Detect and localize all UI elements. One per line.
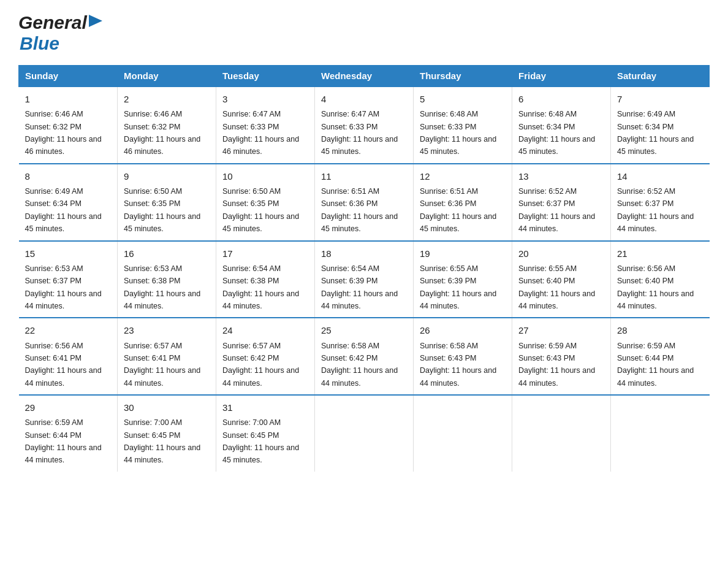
calendar-cell: 26Sunrise: 6:58 AMSunset: 6:43 PMDayligh… <box>414 318 512 395</box>
day-number: 16 <box>124 247 210 261</box>
calendar-cell: 8Sunrise: 6:49 AMSunset: 6:34 PMDaylight… <box>19 164 118 241</box>
day-number: 23 <box>124 323 210 337</box>
calendar-cell: 21Sunrise: 6:56 AMSunset: 6:40 PMDayligh… <box>611 241 710 318</box>
day-info: Sunrise: 6:51 AMSunset: 6:36 PMDaylight:… <box>321 187 398 233</box>
day-number: 7 <box>617 92 703 106</box>
day-number: 25 <box>321 323 407 337</box>
calendar-cell <box>611 395 710 472</box>
calendar-cell: 27Sunrise: 6:59 AMSunset: 6:43 PMDayligh… <box>512 318 611 395</box>
calendar-cell: 29Sunrise: 6:59 AMSunset: 6:44 PMDayligh… <box>19 395 118 472</box>
day-number: 9 <box>124 169 210 183</box>
day-info: Sunrise: 6:59 AMSunset: 6:44 PMDaylight:… <box>25 418 102 464</box>
logo: General Blue <box>18 12 102 54</box>
calendar-cell: 31Sunrise: 7:00 AMSunset: 6:45 PMDayligh… <box>216 395 315 472</box>
svg-marker-0 <box>89 15 102 27</box>
day-info: Sunrise: 6:57 AMSunset: 6:41 PMDaylight:… <box>124 342 200 388</box>
day-number: 8 <box>25 169 112 183</box>
page-header: General Blue <box>18 12 710 54</box>
day-info: Sunrise: 6:47 AMSunset: 6:33 PMDaylight:… <box>321 110 398 156</box>
day-info: Sunrise: 6:55 AMSunset: 6:39 PMDaylight:… <box>420 264 496 310</box>
day-number: 5 <box>420 92 506 106</box>
calendar-header-row: SundayMondayTuesdayWednesdayThursdayFrid… <box>19 66 710 87</box>
day-number: 11 <box>321 169 407 183</box>
day-info: Sunrise: 6:47 AMSunset: 6:33 PMDaylight:… <box>222 110 299 156</box>
day-info: Sunrise: 6:53 AMSunset: 6:37 PMDaylight:… <box>25 264 102 310</box>
calendar-cell: 13Sunrise: 6:52 AMSunset: 6:37 PMDayligh… <box>512 164 611 241</box>
logo-blue-text: Blue <box>20 33 59 53</box>
day-info: Sunrise: 6:56 AMSunset: 6:40 PMDaylight:… <box>617 264 694 310</box>
calendar-cell: 4Sunrise: 6:47 AMSunset: 6:33 PMDaylight… <box>315 86 414 164</box>
day-number: 28 <box>617 323 703 337</box>
calendar-cell: 17Sunrise: 6:54 AMSunset: 6:38 PMDayligh… <box>216 241 315 318</box>
calendar-cell: 1Sunrise: 6:46 AMSunset: 6:32 PMDaylight… <box>19 86 118 164</box>
calendar-cell: 12Sunrise: 6:51 AMSunset: 6:36 PMDayligh… <box>414 164 512 241</box>
calendar-cell: 28Sunrise: 6:59 AMSunset: 6:44 PMDayligh… <box>611 318 710 395</box>
calendar-cell <box>315 395 414 472</box>
day-info: Sunrise: 6:53 AMSunset: 6:38 PMDaylight:… <box>124 264 200 310</box>
calendar-day-header: Saturday <box>611 66 710 87</box>
calendar-cell: 7Sunrise: 6:49 AMSunset: 6:34 PMDaylight… <box>611 86 710 164</box>
logo-arrow-icon <box>89 15 102 29</box>
day-number: 24 <box>222 323 308 337</box>
day-info: Sunrise: 6:59 AMSunset: 6:44 PMDaylight:… <box>617 342 694 388</box>
day-info: Sunrise: 6:55 AMSunset: 6:40 PMDaylight:… <box>518 264 595 310</box>
day-info: Sunrise: 6:50 AMSunset: 6:35 PMDaylight:… <box>222 187 299 233</box>
calendar-cell: 25Sunrise: 6:58 AMSunset: 6:42 PMDayligh… <box>315 318 414 395</box>
calendar-cell: 11Sunrise: 6:51 AMSunset: 6:36 PMDayligh… <box>315 164 414 241</box>
day-info: Sunrise: 6:46 AMSunset: 6:32 PMDaylight:… <box>124 110 200 156</box>
calendar-table: SundayMondayTuesdayWednesdayThursdayFrid… <box>18 65 710 472</box>
day-info: Sunrise: 7:00 AMSunset: 6:45 PMDaylight:… <box>222 418 299 464</box>
day-number: 4 <box>321 92 407 106</box>
calendar-week-row: 29Sunrise: 6:59 AMSunset: 6:44 PMDayligh… <box>19 395 710 472</box>
calendar-cell: 2Sunrise: 6:46 AMSunset: 6:32 PMDaylight… <box>118 86 216 164</box>
day-info: Sunrise: 6:54 AMSunset: 6:38 PMDaylight:… <box>222 264 299 310</box>
day-number: 27 <box>518 323 604 337</box>
calendar-cell: 5Sunrise: 6:48 AMSunset: 6:33 PMDaylight… <box>414 86 512 164</box>
calendar-cell: 16Sunrise: 6:53 AMSunset: 6:38 PMDayligh… <box>118 241 216 318</box>
day-number: 29 <box>25 400 112 415</box>
day-info: Sunrise: 6:51 AMSunset: 6:36 PMDaylight:… <box>420 187 496 233</box>
day-number: 30 <box>124 400 210 415</box>
calendar-week-row: 8Sunrise: 6:49 AMSunset: 6:34 PMDaylight… <box>19 164 710 241</box>
calendar-cell: 20Sunrise: 6:55 AMSunset: 6:40 PMDayligh… <box>512 241 611 318</box>
day-number: 21 <box>617 247 703 261</box>
calendar-day-header: Monday <box>118 66 216 87</box>
day-info: Sunrise: 6:52 AMSunset: 6:37 PMDaylight:… <box>617 187 694 233</box>
logo-general-text: General <box>18 12 87 33</box>
calendar-cell <box>414 395 512 472</box>
day-number: 13 <box>518 169 604 183</box>
calendar-cell: 6Sunrise: 6:48 AMSunset: 6:34 PMDaylight… <box>512 86 611 164</box>
day-number: 6 <box>518 92 604 106</box>
day-info: Sunrise: 7:00 AMSunset: 6:45 PMDaylight:… <box>124 418 200 464</box>
calendar-week-row: 1Sunrise: 6:46 AMSunset: 6:32 PMDaylight… <box>19 86 710 164</box>
calendar-week-row: 15Sunrise: 6:53 AMSunset: 6:37 PMDayligh… <box>19 241 710 318</box>
day-number: 2 <box>124 92 210 106</box>
calendar-cell: 18Sunrise: 6:54 AMSunset: 6:39 PMDayligh… <box>315 241 414 318</box>
calendar-day-header: Wednesday <box>315 66 414 87</box>
day-info: Sunrise: 6:59 AMSunset: 6:43 PMDaylight:… <box>518 342 595 388</box>
day-info: Sunrise: 6:46 AMSunset: 6:32 PMDaylight:… <box>25 110 102 156</box>
day-number: 22 <box>25 323 112 337</box>
day-info: Sunrise: 6:58 AMSunset: 6:43 PMDaylight:… <box>420 342 496 388</box>
day-number: 20 <box>518 247 604 261</box>
calendar-day-header: Friday <box>512 66 611 87</box>
day-info: Sunrise: 6:49 AMSunset: 6:34 PMDaylight:… <box>25 187 102 233</box>
day-number: 17 <box>222 247 308 261</box>
calendar-day-header: Thursday <box>414 66 512 87</box>
day-number: 18 <box>321 247 407 261</box>
calendar-cell: 22Sunrise: 6:56 AMSunset: 6:41 PMDayligh… <box>19 318 118 395</box>
day-info: Sunrise: 6:54 AMSunset: 6:39 PMDaylight:… <box>321 264 398 310</box>
calendar-cell: 9Sunrise: 6:50 AMSunset: 6:35 PMDaylight… <box>118 164 216 241</box>
day-info: Sunrise: 6:52 AMSunset: 6:37 PMDaylight:… <box>518 187 595 233</box>
calendar-day-header: Sunday <box>19 66 118 87</box>
day-number: 31 <box>222 400 308 415</box>
calendar-cell: 19Sunrise: 6:55 AMSunset: 6:39 PMDayligh… <box>414 241 512 318</box>
day-number: 15 <box>25 247 112 261</box>
day-info: Sunrise: 6:56 AMSunset: 6:41 PMDaylight:… <box>25 342 102 388</box>
day-info: Sunrise: 6:50 AMSunset: 6:35 PMDaylight:… <box>124 187 200 233</box>
day-info: Sunrise: 6:48 AMSunset: 6:34 PMDaylight:… <box>518 110 595 156</box>
calendar-cell: 24Sunrise: 6:57 AMSunset: 6:42 PMDayligh… <box>216 318 315 395</box>
day-info: Sunrise: 6:57 AMSunset: 6:42 PMDaylight:… <box>222 342 299 388</box>
calendar-cell: 10Sunrise: 6:50 AMSunset: 6:35 PMDayligh… <box>216 164 315 241</box>
day-number: 12 <box>420 169 506 183</box>
